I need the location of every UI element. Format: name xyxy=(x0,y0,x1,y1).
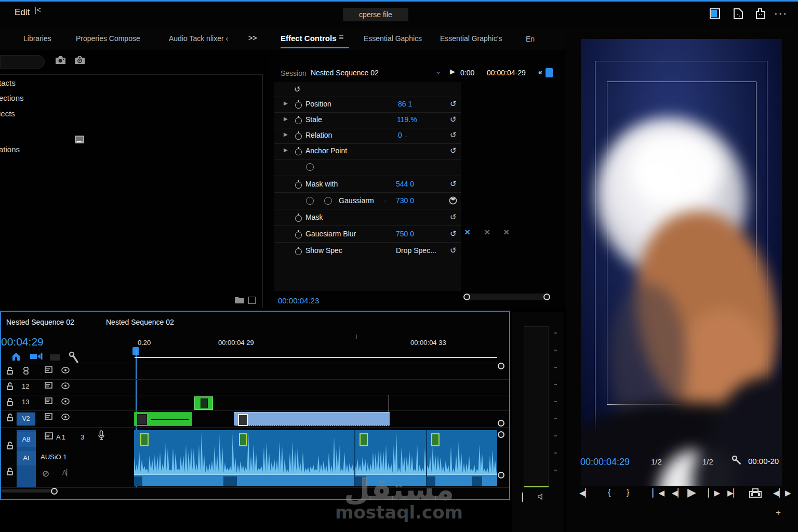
play-toggle-icon[interactable]: ▶ xyxy=(450,68,455,75)
track-target-badge[interactable]: V2 xyxy=(17,413,35,425)
effect-value[interactable]: 730 0 xyxy=(396,196,414,205)
eye-icon[interactable] xyxy=(61,398,70,405)
effect-value[interactable]: 750 0 xyxy=(396,230,414,238)
pen-tool-icon[interactable] xyxy=(69,351,79,364)
monitor-timecode[interactable]: 00:00:04:29 xyxy=(580,457,630,468)
reset-icon[interactable]: ↺ xyxy=(450,99,457,109)
camcorder-icon[interactable] xyxy=(30,353,43,360)
stopwatch-icon[interactable] xyxy=(295,133,302,140)
lock-icon[interactable] xyxy=(6,382,14,390)
go-to-in-icon[interactable]: ▏◀ xyxy=(653,488,664,498)
reset-icon[interactable]: ↺ xyxy=(450,229,457,238)
disclosure-triangle-icon[interactable]: ▶ xyxy=(284,147,288,153)
stopwatch-icon[interactable] xyxy=(295,117,302,124)
track-output-icon[interactable] xyxy=(45,432,53,440)
tab-overflow-chevrons[interactable]: >> xyxy=(248,34,257,42)
disclosure-triangle-icon[interactable]: ▶ xyxy=(284,116,288,122)
tab-essential-graphics-2[interactable]: Essential Graphic's xyxy=(440,34,502,43)
monitor-zoom-level[interactable]: 1/2 xyxy=(651,457,662,466)
import-icon[interactable] xyxy=(733,8,744,20)
export-frame-icon[interactable] xyxy=(749,488,762,498)
tab-libraries[interactable]: Libraries xyxy=(23,34,51,43)
search-pill[interactable] xyxy=(0,55,45,69)
lock-icon[interactable] xyxy=(6,414,14,421)
camera-flash-icon[interactable] xyxy=(74,55,85,64)
h-scrollbar-track[interactable] xyxy=(1,489,57,493)
frame-icon[interactable] xyxy=(248,297,256,304)
effect-value[interactable]: 86 1 xyxy=(398,100,412,108)
stopwatch-icon[interactable] xyxy=(295,149,302,155)
stopwatch-icon[interactable] xyxy=(295,248,302,255)
track-resize-knob[interactable] xyxy=(498,472,504,478)
effect-value[interactable]: 119.% xyxy=(397,115,417,124)
lock-icon[interactable] xyxy=(6,442,14,449)
delete-keyframe-icon[interactable]: × xyxy=(484,227,490,238)
sequence-name[interactable]: Nested Sequence 02 xyxy=(311,69,379,77)
monitor-playback-res[interactable]: 1/2 xyxy=(702,457,713,466)
linked-selection-icon[interactable] xyxy=(50,354,60,361)
more-options-button[interactable]: ... xyxy=(774,3,788,18)
lock-icon[interactable] xyxy=(6,398,14,406)
eye-icon[interactable] xyxy=(61,367,70,374)
track-resize-knob[interactable] xyxy=(498,431,504,438)
keyboard-collapse-icon[interactable]: |< xyxy=(34,5,41,14)
reset-icon[interactable]: ↺ xyxy=(450,146,457,155)
effect-dropdown-value[interactable]: Drop Spec... xyxy=(396,246,436,255)
reset-icon[interactable]: ↺ xyxy=(294,85,301,94)
collapse-chevrons-icon[interactable]: « xyxy=(538,68,542,76)
list-item-iects[interactable]: iects xyxy=(0,109,15,118)
ellipse-mask-icon[interactable] xyxy=(306,163,314,171)
go-to-out-icon[interactable]: ▶▏ xyxy=(727,488,739,498)
stopwatch-icon[interactable] xyxy=(295,182,302,189)
fx-badge[interactable] xyxy=(239,433,247,446)
eye-icon[interactable] xyxy=(61,382,70,389)
eye-icon[interactable] xyxy=(61,414,70,420)
mark-out-icon[interactable]: } xyxy=(627,488,629,497)
list-item-ections[interactable]: ections xyxy=(0,94,24,102)
tab-en[interactable]: En xyxy=(526,35,535,43)
disclosure-triangle-icon[interactable]: ▶ xyxy=(284,131,288,137)
timeline-tab-2[interactable]: Nested Sequence 02 xyxy=(106,318,174,326)
effect-zoom-scrollbar[interactable] xyxy=(464,294,549,300)
camera-icon[interactable] xyxy=(55,56,66,64)
reset-icon[interactable]: ↺ xyxy=(450,130,457,140)
track-output-icon[interactable] xyxy=(45,366,52,373)
track-resize-knob[interactable] xyxy=(498,420,504,427)
reset-icon[interactable]: ↺ xyxy=(450,115,457,124)
delete-keyframe-icon[interactable]: × xyxy=(464,227,470,238)
work-area-bar[interactable] xyxy=(135,357,497,358)
thumbnail-placeholder-icon[interactable] xyxy=(75,136,84,143)
play-button[interactable]: ▶ xyxy=(687,486,696,499)
track-output-icon[interactable] xyxy=(45,413,52,420)
track-output-icon[interactable] xyxy=(45,397,52,404)
fx-badge[interactable] xyxy=(360,433,368,446)
clip-green-v2[interactable] xyxy=(134,412,192,426)
lock-icon[interactable] xyxy=(6,468,14,475)
effect-value[interactable]: 544 0 xyxy=(396,180,414,188)
clip-blue[interactable] xyxy=(234,412,390,426)
reset-icon[interactable]: ↺ xyxy=(450,179,457,189)
delete-keyframe-icon[interactable]: × xyxy=(503,227,509,238)
add-button-icon[interactable]: + xyxy=(776,508,781,518)
scrollbar-knob[interactable] xyxy=(543,294,550,300)
effect-value[interactable]: 0 xyxy=(398,131,402,139)
list-item-ations[interactable]: ations xyxy=(0,145,20,154)
chevron-down-icon[interactable]: ⌄ xyxy=(435,68,441,75)
track-resize-knob[interactable] xyxy=(498,363,504,369)
list-item-tacts[interactable]: tacts xyxy=(0,78,16,87)
monitor-viewport[interactable] xyxy=(581,39,782,486)
ellipse-mask-icon[interactable] xyxy=(306,197,314,205)
sphere-icon[interactable] xyxy=(449,196,457,205)
lock-icon[interactable] xyxy=(6,367,14,375)
stopwatch-icon[interactable] xyxy=(295,232,302,238)
tab-properties-compose[interactable]: Properies Compose xyxy=(76,34,140,43)
track-output-icon[interactable] xyxy=(45,382,52,389)
panel-menu-icon[interactable]: ≡ xyxy=(339,33,343,42)
tab-essential-graphics[interactable]: Essential Gaphics xyxy=(364,34,422,43)
step-forward-frame-icon[interactable]: ▏▶ xyxy=(708,488,720,498)
chevron-down-icon[interactable]: ⌄ xyxy=(675,456,681,464)
mute-icon[interactable] xyxy=(43,471,49,477)
microphone-icon[interactable] xyxy=(98,430,105,441)
snap-icon[interactable] xyxy=(11,352,21,361)
ellipse-mask-icon[interactable] xyxy=(324,197,332,205)
